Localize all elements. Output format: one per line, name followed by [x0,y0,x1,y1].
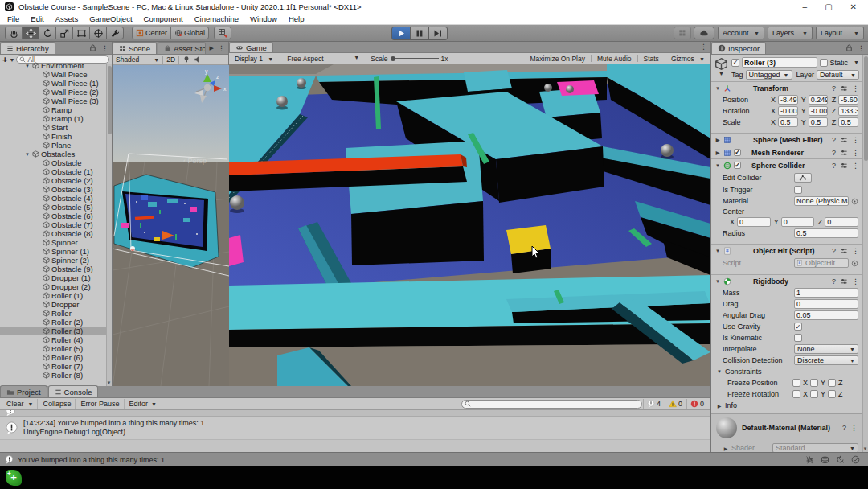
presets-icon[interactable] [840,277,848,286]
foldout-arrow-icon[interactable]: ▼ [714,163,721,168]
panel-menu-icon[interactable]: ⋮ [858,44,865,52]
tab-project[interactable]: Project [0,385,47,397]
help-icon[interactable]: ? [832,84,836,92]
foldout-arrow-icon[interactable]: ▼ [714,249,721,253]
services-button[interactable] [674,27,691,39]
game-viewport[interactable] [229,64,710,386]
tab-game[interactable]: Game [229,42,273,52]
help-icon[interactable]: ? [832,277,836,286]
mesh-filter-component-header[interactable]: ▶ Sphere (Mesh Filter) ?⋮ [711,133,862,146]
material-header[interactable]: Default-Material (Material) ?⋮ [711,414,862,442]
scale-z-field[interactable]: 0.5 [838,117,858,127]
lock-icon[interactable] [845,43,854,52]
scene-viewport[interactable]: ‹ Persp [113,65,228,386]
error-pause-toggle[interactable]: Error Pause [76,399,124,409]
pause-button[interactable] [410,27,429,40]
scale-x-field[interactable]: 0.5 [778,117,798,127]
hierarchy-item[interactable]: ▼ Roller (3) [0,327,106,335]
panel-menu-icon[interactable]: ⋮ [700,43,707,51]
drag-field[interactable]: 0 [794,299,858,309]
component-menu-icon[interactable]: ⋮ [852,136,859,144]
sphere-collider-component-header[interactable]: ▼ ✓ Sphere Collider ?⋮ [711,158,862,171]
menu-item[interactable]: Assets [55,14,79,23]
maximize-button[interactable]: ▢ [825,2,832,11]
lock-icon[interactable] [88,43,97,52]
debugger-icon[interactable] [805,455,814,464]
layers-dropdown[interactable]: Layers▼ [768,27,813,39]
collision-detection-dropdown[interactable]: Discrete▼ [794,355,858,365]
hierarchy-item[interactable]: ▼ Spinner [0,238,106,247]
tab-inspector[interactable]: Inspector [711,42,766,54]
hierarchy-item[interactable]: ▼ Obstacle (8) [0,229,106,238]
tab-scene[interactable]: Scene [113,42,157,54]
hierarchy-item[interactable]: ▼ Wall Piece [0,70,106,79]
taskbar-app-icon[interactable]: ++ [6,470,22,486]
layout-dropdown[interactable]: Layout▼ [816,27,864,39]
hierarchy-item[interactable]: ▼ Start [0,123,106,132]
pivot-toggle-button[interactable]: Center [132,27,171,39]
scale-tool-button[interactable] [55,27,73,39]
hierarchy-item[interactable]: ▼ Spinner (1) [0,247,106,256]
hierarchy-item[interactable]: ▼ Roller [0,309,106,318]
step-button[interactable] [428,27,448,40]
component-menu-icon[interactable]: ⋮ [852,84,859,92]
presets-icon[interactable] [840,162,848,170]
refresh-icon[interactable] [836,455,845,464]
foldout-arrow-icon[interactable]: ▶ [716,403,723,409]
hierarchy-item[interactable]: ▼ Roller (8) [0,371,106,380]
hand-tool-button[interactable] [5,27,23,39]
hierarchy-item[interactable]: ▼ Obstacle (2) [0,176,106,185]
tab-overflow-icon[interactable]: ▶ [210,45,214,51]
angular-drag-field[interactable]: 0.05 [794,310,858,320]
panel-menu-icon[interactable]: ⋮ [101,44,108,52]
foldout-arrow-icon[interactable]: ▼ [716,369,723,374]
freeze-rot-z-checkbox[interactable] [828,390,836,398]
foldout-arrow-icon[interactable]: ▶ [714,150,721,155]
menu-item[interactable]: Cinemachine [194,14,239,23]
freeze-rot-y-checkbox[interactable] [810,390,818,398]
scrollbar-thumb[interactable] [108,66,112,134]
tab-asset-store[interactable]: Asset Stor [158,42,206,54]
account-dropdown[interactable]: Account▼ [718,27,764,39]
hierarchy-item[interactable]: ▼ Ramp [0,105,106,114]
minimize-button[interactable]: – [803,2,808,11]
mesh-renderer-component-header[interactable]: ▶ ✓ Mesh Renderer ?⋮ [711,146,862,158]
component-menu-icon[interactable]: ⋮ [850,424,858,432]
help-icon[interactable]: ? [832,247,836,255]
hierarchy-item[interactable]: ▼ Wall Piece (3) [0,97,106,105]
center-y-field[interactable]: 0 [781,217,815,227]
scrollbar-down-arrow[interactable]: ▼ [862,446,868,451]
foldout-arrow-icon[interactable]: ▼ [714,86,721,91]
menu-item[interactable]: Component [144,14,183,23]
tag-dropdown[interactable]: Untagged▼ [746,70,792,80]
progress-check-icon[interactable] [851,455,860,464]
hierarchy-item[interactable]: ▼ Wall Piece (1) [0,79,106,88]
help-icon[interactable]: ? [842,424,846,432]
component-enabled-checkbox[interactable]: ✓ [734,162,741,169]
foldout-arrow-icon[interactable]: ▼ [24,152,31,157]
component-menu-icon[interactable]: ⋮ [852,162,859,170]
gameobject-name-field[interactable]: Roller (3) [742,57,817,68]
slider-track[interactable] [391,58,439,59]
component-enabled-checkbox[interactable]: ✓ [734,149,741,156]
menu-item[interactable]: File [7,14,19,23]
hierarchy-item[interactable]: ▼ Obstacle (6) [0,212,106,220]
foldout-arrow-icon[interactable]: ▼ [714,279,721,284]
panel-menu-icon[interactable]: ⋮ [218,44,225,52]
scrollbar-down-arrow[interactable]: ▼ [106,380,112,385]
editor-dropdown[interactable]: Editor▼ [125,399,161,409]
help-icon[interactable]: ? [832,162,836,170]
foldout-arrow-icon[interactable]: ▼ [24,64,31,68]
hierarchy-item[interactable]: ▼ Roller (4) [0,335,106,344]
hierarchy-item[interactable]: ▼ Plane [0,141,106,150]
cloud-button[interactable] [694,27,714,39]
hierarchy-item[interactable]: ▼ Obstacle (7) [0,220,106,229]
component-menu-icon[interactable]: ⋮ [852,277,859,286]
hierarchy-item[interactable]: ▼ Obstacle [0,158,106,167]
orientation-toggle-button[interactable]: Global [170,27,209,39]
scale-y-field[interactable]: 0.5 [809,117,829,127]
menu-item[interactable]: Help [289,14,305,23]
hierarchy-item[interactable]: ▼ Roller (5) [0,344,106,353]
console-log-entry[interactable]: [14:32:34] You've bumped into a thing th… [0,417,710,440]
interpolate-dropdown[interactable]: None▼ [794,344,858,354]
